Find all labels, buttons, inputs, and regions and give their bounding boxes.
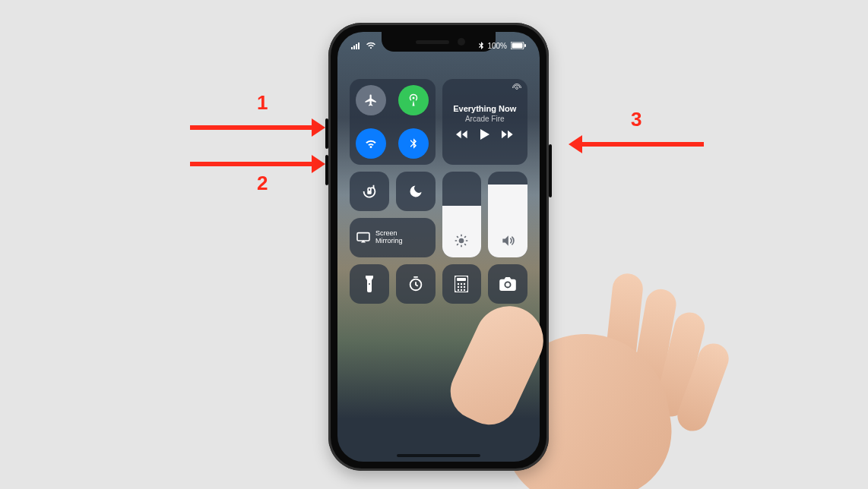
brightness-slider[interactable] — [442, 172, 482, 257]
screen-mirroring-button[interactable]: Screen Mirroring — [350, 218, 436, 257]
screen-mirroring-icon — [356, 232, 371, 244]
annotation-label-3: 3 — [631, 108, 641, 131]
cellular-data-toggle[interactable] — [398, 85, 429, 115]
side-power-button[interactable] — [549, 144, 552, 197]
camera-icon — [499, 277, 516, 291]
calculator-button[interactable] — [442, 264, 482, 304]
annotation-label-1: 1 — [257, 91, 268, 115]
svg-point-14 — [458, 283, 459, 285]
svg-rect-8 — [367, 191, 372, 194]
timer-icon — [407, 276, 424, 292]
status-bar: 100% — [337, 38, 540, 53]
next-track-button[interactable] — [502, 130, 514, 139]
iphone-device: 100% — [328, 23, 549, 471]
do-not-disturb-toggle[interactable] — [396, 172, 436, 211]
flashlight-button[interactable] — [350, 264, 389, 304]
phone-screen: 100% — [337, 32, 540, 462]
svg-rect-3 — [358, 43, 360, 49]
annotated-screenshot: 1 2 3 — [0, 0, 868, 489]
svg-point-20 — [458, 289, 459, 291]
timer-button[interactable] — [396, 264, 436, 304]
orientation-lock-icon — [361, 183, 378, 200]
svg-rect-6 — [524, 44, 526, 47]
svg-rect-10 — [357, 233, 369, 241]
svg-rect-13 — [457, 278, 466, 281]
battery-icon — [511, 42, 526, 49]
now-playing-artist: Arcade Fire — [465, 115, 505, 123]
screen-mirroring-label-2: Mirroring — [375, 238, 403, 245]
annotation-arrow-2 — [190, 155, 325, 173]
svg-point-22 — [464, 289, 465, 291]
annotation-arrow-1 — [190, 118, 325, 137]
now-playing-title: Everything Now — [453, 104, 516, 113]
connectivity-tile[interactable] — [350, 79, 436, 165]
svg-point-9 — [459, 238, 464, 244]
volume-slider[interactable] — [488, 172, 527, 257]
wifi-toggle[interactable] — [356, 128, 386, 159]
svg-point-17 — [458, 286, 459, 288]
flashlight-icon — [364, 276, 375, 292]
calculator-icon — [455, 276, 468, 292]
previous-track-button[interactable] — [456, 130, 468, 139]
svg-point-19 — [464, 286, 465, 288]
moon-icon — [408, 184, 423, 199]
bluetooth-icon — [407, 137, 420, 150]
now-playing-tile[interactable]: Everything Now Arcade Fire — [442, 79, 528, 165]
orientation-lock-toggle[interactable] — [350, 172, 389, 211]
annotation-arrow-3 — [569, 135, 704, 153]
cellular-signal-icon — [351, 42, 362, 49]
svg-point-16 — [464, 283, 465, 285]
volume-up-button[interactable] — [325, 118, 328, 149]
control-center: Everything Now Arcade Fire — [350, 79, 527, 304]
svg-point-21 — [461, 289, 462, 291]
wifi-icon — [366, 42, 376, 49]
annotation-label-2: 2 — [257, 172, 268, 195]
svg-point-7 — [516, 87, 518, 90]
svg-rect-2 — [356, 44, 357, 49]
volume-down-button[interactable] — [325, 155, 328, 185]
svg-point-18 — [461, 286, 462, 288]
home-indicator[interactable] — [397, 454, 480, 457]
volume-icon — [500, 233, 515, 248]
brightness-icon — [454, 233, 469, 248]
play-button[interactable] — [480, 129, 489, 140]
svg-point-15 — [461, 283, 462, 285]
camera-button[interactable] — [488, 264, 527, 304]
svg-rect-5 — [512, 43, 523, 49]
airplane-mode-toggle[interactable] — [356, 85, 386, 115]
svg-rect-1 — [353, 46, 355, 49]
cellular-antenna-icon — [407, 93, 420, 107]
svg-rect-0 — [351, 47, 353, 49]
airplane-icon — [364, 93, 378, 107]
bluetooth-toggle[interactable] — [398, 128, 429, 159]
battery-percentage: 100% — [487, 42, 507, 50]
wifi-icon — [364, 137, 378, 150]
bluetooth-status-icon — [479, 42, 483, 49]
airplay-audio-icon — [512, 84, 521, 93]
